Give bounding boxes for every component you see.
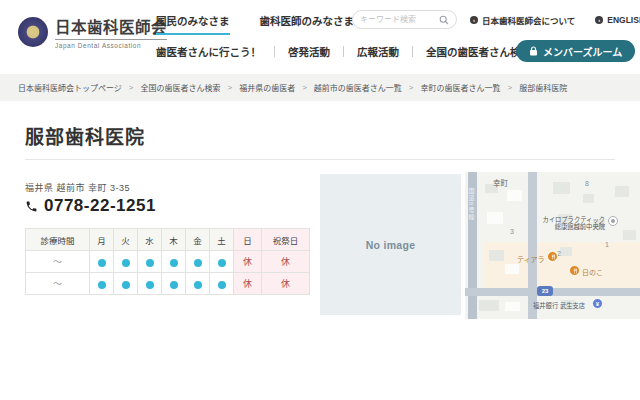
open-cell xyxy=(138,251,162,273)
members-room-button[interactable]: メンバーズルーム xyxy=(516,40,635,62)
phone-link[interactable]: 0778-22-1251 xyxy=(25,196,156,216)
clinic-address: 福井県 越前市 幸町 3-35 xyxy=(25,181,130,194)
title-divider xyxy=(25,159,615,160)
breadcrumb-current: 服部歯科医院 xyxy=(519,82,567,93)
col-tue: 火 xyxy=(114,229,138,251)
restaurant-marker-icon xyxy=(569,265,580,276)
open-cell xyxy=(186,251,210,273)
open-dot-icon xyxy=(218,281,226,289)
logo-title: 日本歯科医師会 xyxy=(55,15,167,40)
map-road-name-label: 国道8号線 xyxy=(467,188,476,220)
open-cell xyxy=(162,251,186,273)
open-cell xyxy=(186,273,210,295)
map-embed[interactable]: 国道8号線 幸町 8 カイロプラクティック 総康館越前中央院 3 1 2 ティア… xyxy=(465,172,640,319)
circle-arrow-icon: › xyxy=(470,16,478,24)
nav-go-to-dentist[interactable]: 歯医者さんに行こう！ xyxy=(156,44,261,59)
utility-links: › 日本歯科医師会について › ENGLISH xyxy=(470,14,640,26)
open-cell xyxy=(210,273,234,295)
open-cell xyxy=(210,251,234,273)
map-road-number: 8 xyxy=(585,180,589,187)
nav-separator xyxy=(274,46,275,57)
map-block-number: 3 xyxy=(510,228,514,235)
col-wed: 水 xyxy=(138,229,162,251)
open-cell xyxy=(90,273,114,295)
open-dot-icon xyxy=(194,281,202,289)
breadcrumb-home[interactable]: 日本歯科医師会トップページ xyxy=(18,82,122,93)
open-cell xyxy=(114,273,138,295)
open-dot-icon xyxy=(146,259,154,267)
secondary-nav: 歯医者さんに行こう！ 啓発活動 広報活動 全国の歯医者さん検索 xyxy=(156,44,531,59)
search-icon xyxy=(439,15,449,25)
open-cell xyxy=(90,251,114,273)
nav-awareness[interactable]: 啓発活動 xyxy=(288,44,330,59)
open-cell xyxy=(138,273,162,295)
closed-cell: 休 xyxy=(234,251,262,273)
search-input[interactable] xyxy=(360,15,439,24)
open-dot-icon xyxy=(122,259,130,267)
site-logo[interactable]: 日本歯科医師会 Japan Dental Association xyxy=(18,15,167,49)
open-dot-icon xyxy=(194,259,202,267)
english-link[interactable]: › ENGLISH xyxy=(595,14,640,26)
map-restaurant-tiara-label: ティアラ xyxy=(517,254,545,264)
logo-subtitle: Japan Dental Association xyxy=(55,42,167,49)
nav-citizens[interactable]: 国民のみなさま xyxy=(156,13,230,35)
map-road-vertical-mid xyxy=(528,172,537,319)
col-sat: 土 xyxy=(210,229,234,251)
site-header: 日本歯科医師会 Japan Dental Association 国民のみなさま… xyxy=(0,0,640,74)
hours-header-row: 診療時間 月 火 水 木 金 土 日 祝祭日 xyxy=(26,229,310,251)
hours-row: ～ 休 休 xyxy=(26,273,310,295)
map-bank-label: 福井銀行 武生支店 xyxy=(533,301,585,310)
nav-dentists[interactable]: 歯科医師のみなさま xyxy=(260,13,355,35)
closed-cell: 休 xyxy=(234,273,262,295)
closed-cell: 休 xyxy=(262,273,310,295)
breadcrumb-separator: > xyxy=(129,83,134,92)
nav-separator xyxy=(412,46,413,57)
col-fri: 金 xyxy=(186,229,210,251)
breadcrumb: 日本歯科医師会トップページ > 全国の歯医者さん検索 > 福井県の歯医者 > 越… xyxy=(0,74,640,101)
col-mon: 月 xyxy=(90,229,114,251)
keyword-search-box xyxy=(352,10,457,29)
closed-cell: 休 xyxy=(262,251,310,273)
primary-nav: 国民のみなさま 歯科医師のみなさま xyxy=(156,13,354,35)
open-dot-icon xyxy=(170,281,178,289)
chiropractic-marker-icon xyxy=(608,216,618,226)
map-block-number: 1 xyxy=(605,241,609,248)
map-poi-chiro-line2: 総康館越前中央院 xyxy=(520,222,605,231)
breadcrumb-separator: > xyxy=(302,83,307,92)
open-dot-icon xyxy=(98,259,106,267)
breadcrumb-city[interactable]: 越前市の歯医者さん一覧 xyxy=(314,82,402,93)
map-area-label: 幸町 xyxy=(493,177,508,188)
time-range: ～ xyxy=(26,251,90,273)
phone-number: 0778-22-1251 xyxy=(44,196,156,216)
breadcrumb-town[interactable]: 幸町の歯医者さん一覧 xyxy=(421,82,501,93)
col-holiday: 祝祭日 xyxy=(262,229,310,251)
open-cell xyxy=(114,251,138,273)
route-shield: 23 xyxy=(537,286,553,296)
nav-separator xyxy=(343,46,344,57)
open-dot-icon xyxy=(122,281,130,289)
time-range: ～ xyxy=(26,273,90,295)
phone-icon xyxy=(25,200,38,213)
breadcrumb-separator: > xyxy=(409,83,414,92)
map-restaurant-hinoko-label: 日のこ xyxy=(582,267,603,277)
breadcrumb-search[interactable]: 全国の歯医者さん検索 xyxy=(141,82,221,93)
page-title: 服部歯科医院 xyxy=(25,122,145,149)
hours-table: 診療時間 月 火 水 木 金 土 日 祝祭日 ～ 休 休 ～ xyxy=(25,228,310,295)
english-label: ENGLISH xyxy=(607,15,640,25)
page: 日本歯科医師会 Japan Dental Association 国民のみなさま… xyxy=(0,0,640,400)
jda-emblem-icon xyxy=(18,17,48,47)
about-jda-label: 日本歯科医師会について xyxy=(482,14,575,26)
bank-marker-icon: ¥ xyxy=(592,298,603,309)
col-thu: 木 xyxy=(162,229,186,251)
clinic-photo-placeholder: No image xyxy=(320,174,461,315)
open-dot-icon xyxy=(170,259,178,267)
nav-pr[interactable]: 広報活動 xyxy=(357,44,399,59)
members-room-label: メンバーズルーム xyxy=(543,44,622,59)
about-jda-link[interactable]: › 日本歯科医師会について xyxy=(470,14,575,26)
col-sun: 日 xyxy=(234,229,262,251)
breadcrumb-prefecture[interactable]: 福井県の歯医者 xyxy=(239,82,295,93)
col-hours: 診療時間 xyxy=(26,229,90,251)
logo-text: 日本歯科医師会 Japan Dental Association xyxy=(55,15,167,49)
hours-row: ～ 休 休 xyxy=(26,251,310,273)
circle-arrow-icon: › xyxy=(595,16,603,24)
